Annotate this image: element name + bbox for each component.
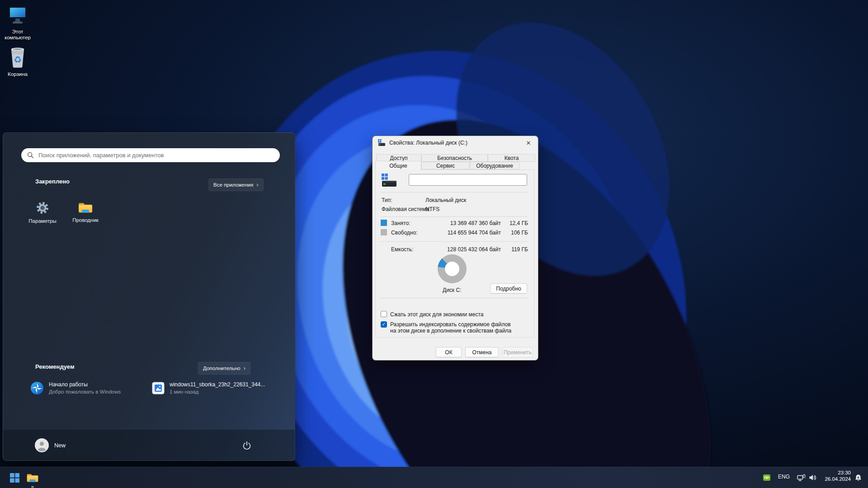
index-checkbox-label: Разрешить индексировать содержимое файло…	[390, 321, 516, 334]
svg-text:♻: ♻	[14, 54, 22, 65]
type-value: Локальный диск	[425, 197, 466, 203]
separator	[380, 241, 528, 242]
image-file-icon	[152, 382, 165, 394]
capacity-label: Емкость:	[391, 246, 413, 253]
dialog-title: Свойства: Локальный диск (C:)	[389, 140, 467, 146]
free-bytes: 114 655 944 704 байт	[427, 230, 501, 236]
all-apps-button[interactable]: Все приложения ›	[208, 178, 264, 191]
desktop-icon-this-pc[interactable]: Этот компьютер	[0, 6, 35, 41]
separator	[380, 298, 528, 298]
capacity-size: 119 ГБ	[504, 246, 528, 253]
tab-hardware[interactable]: Оборудование	[470, 162, 519, 169]
pinned-app-settings[interactable]: Параметры	[21, 201, 64, 224]
start-menu: Закреплено Все приложения › Параметры	[3, 132, 295, 461]
disk-properties-dialog: Свойства: Локальный диск (C:) ✕ Доступ Б…	[372, 136, 538, 361]
desktop-icon-label: Этот компьютер	[0, 29, 35, 41]
start-search-box[interactable]	[21, 148, 280, 162]
chevron-right-icon: ›	[256, 182, 258, 188]
folder-icon	[78, 201, 93, 214]
filesystem-label: Файловая система:	[382, 206, 430, 212]
pinned-app-explorer[interactable]: Проводник	[64, 201, 107, 223]
speaker-icon	[809, 474, 817, 481]
free-space-swatch	[381, 229, 387, 235]
pinned-section-header: Закреплено	[35, 178, 70, 185]
dialog-title-bar: Свойства: Локальный диск (C:) ✕	[373, 136, 538, 150]
pinned-app-label: Параметры	[21, 218, 64, 224]
start-menu-bottom-bar: New	[3, 430, 295, 460]
network-tray-icon[interactable]	[796, 471, 807, 484]
this-pc-icon	[7, 6, 28, 26]
free-size: 106 ГБ	[504, 230, 528, 236]
close-icon[interactable]: ✕	[523, 138, 534, 148]
free-label: Свободно:	[391, 230, 418, 236]
user-avatar	[35, 438, 49, 452]
used-size: 12,4 ГБ	[504, 220, 528, 226]
settings-gear-icon	[35, 201, 50, 215]
recommended-subtitle: 1 мин назад	[170, 389, 265, 395]
recommended-title: Начало работы	[49, 381, 121, 388]
ethernet-network-icon	[797, 474, 806, 482]
type-label: Тип:	[382, 197, 392, 203]
used-label: Занято:	[391, 220, 410, 226]
index-checkbox[interactable]: ✓	[381, 321, 387, 328]
power-icon	[242, 441, 251, 450]
disk-usage-donut	[438, 254, 467, 283]
capacity-bytes: 128 025 432 064 байт	[427, 246, 501, 253]
all-apps-label: Все приложения	[213, 182, 253, 188]
details-button[interactable]: Подробно	[490, 283, 527, 294]
notification-bell-icon: z	[854, 474, 862, 482]
volume-tray-icon[interactable]	[807, 471, 818, 484]
chevron-right-icon: ›	[244, 365, 245, 371]
tab-security[interactable]: Безопасность	[421, 154, 488, 162]
recommended-item-get-started[interactable]: Начало работы Добро пожаловать в Windows	[30, 381, 157, 395]
recommended-section-header: Рекомендуем	[35, 363, 75, 370]
separator	[380, 216, 528, 217]
tab-quota[interactable]: Квота	[488, 154, 535, 162]
pinned-app-label: Проводник	[64, 217, 107, 223]
svg-text:z: z	[857, 475, 859, 479]
separator	[380, 192, 528, 192]
more-button[interactable]: Дополнительно ›	[198, 362, 250, 375]
get-started-icon	[30, 381, 44, 395]
apply-button[interactable]: Применить	[502, 347, 533, 357]
taskbar: ENG 23:30 26.04.2024	[0, 467, 868, 488]
tab-general[interactable]: Общие	[375, 161, 421, 170]
date-text: 26.04.2024	[821, 476, 851, 482]
desktop-icon-label: Корзина	[0, 71, 35, 77]
open-app-indicator	[31, 486, 34, 488]
clock[interactable]: 23:30 26.04.2024	[821, 469, 851, 482]
drive-small-icon	[377, 139, 386, 146]
language-indicator[interactable]: ENG	[776, 473, 792, 481]
user-name: New	[54, 442, 66, 449]
nvidia-tray-icon[interactable]	[762, 471, 771, 484]
user-profile-button[interactable]: New	[28, 436, 72, 455]
disk-caption: Диск C:	[443, 287, 461, 293]
cancel-button[interactable]: Отмена	[465, 347, 499, 357]
used-space-swatch	[381, 220, 387, 226]
disk-label-input[interactable]	[409, 174, 527, 186]
power-button[interactable]	[239, 437, 255, 454]
desktop-screen: Этот компьютер ♻ Корзина Закреплено Все …	[0, 0, 868, 488]
filesystem-value: NTFS	[425, 206, 439, 212]
recycle-bin-icon: ♻	[9, 47, 27, 68]
compress-checkbox[interactable]	[381, 311, 387, 317]
used-bytes: 13 369 487 360 байт	[427, 220, 501, 226]
recommended-item-image-file[interactable]: windows11_sborka_23h2_22631_344... 1 мин…	[152, 381, 278, 395]
search-input[interactable]	[38, 151, 265, 159]
recommended-subtitle: Добро пожаловать в Windows	[49, 389, 121, 395]
taskbar-explorer-button[interactable]	[24, 469, 42, 487]
windows-logo-icon	[10, 473, 19, 483]
nvidia-icon	[763, 474, 770, 481]
folder-icon	[26, 472, 39, 483]
desktop-icon-recycle-bin[interactable]: ♻ Корзина	[0, 47, 35, 77]
start-button[interactable]	[5, 469, 24, 487]
time-text: 23:30	[821, 469, 851, 476]
compress-checkbox-label: Сжать этот диск для экономии места	[390, 311, 521, 318]
search-icon	[27, 152, 34, 159]
tab-tools[interactable]: Сервис	[421, 162, 470, 169]
notification-bell-button[interactable]: z	[853, 471, 863, 484]
drive-large-icon	[380, 173, 397, 189]
ok-button[interactable]: ОК	[436, 347, 462, 357]
recommended-title: windows11_sborka_23h2_22631_344...	[170, 381, 265, 388]
more-label: Дополнительно	[203, 366, 241, 371]
